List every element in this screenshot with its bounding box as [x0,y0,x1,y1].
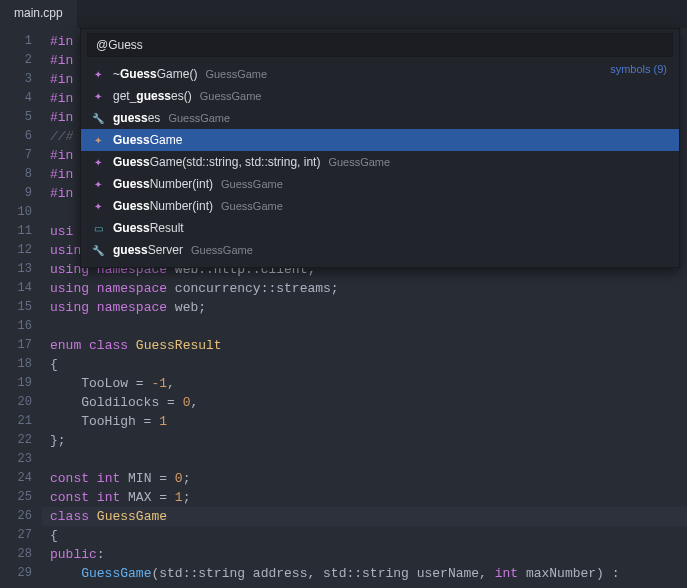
line-number: 2 [0,51,42,70]
line-number: 9 [0,184,42,203]
symbol-kind-icon: 🔧 [91,243,105,257]
line-number: 12 [0,241,42,260]
symbol-kind-icon: ✦ [91,155,105,169]
symbol-result-item[interactable]: ✦GuessNumber(int)GuessGame [81,173,679,195]
line-number: 14 [0,279,42,298]
symbol-result-item[interactable]: 🔧guessServerGuessGame [81,239,679,261]
line-number: 24 [0,469,42,488]
code-line[interactable]: class GuessGame [42,507,687,526]
symbol-kind-icon: ✦ [91,199,105,213]
symbol-result-item[interactable]: ▭GuessResult [81,217,679,239]
line-number: 1 [0,32,42,51]
popup-header [81,29,679,61]
line-number: 4 [0,89,42,108]
line-number: 29 [0,564,42,583]
symbol-name: GuessNumber(int) [113,199,213,213]
code-line[interactable]: }; [42,431,687,450]
line-number: 22 [0,431,42,450]
line-number: 8 [0,165,42,184]
tab-bar: main.cpp [0,0,687,28]
line-number-gutter: 1234567891011121314151617181920212223242… [0,28,42,588]
symbol-result-list: ✦~GuessGame()GuessGame✦get_guesses()Gues… [81,61,679,267]
line-number: 13 [0,260,42,279]
line-number: 11 [0,222,42,241]
symbol-name: guessServer [113,243,183,257]
symbol-name: GuessGame [113,133,182,147]
symbol-container: GuessGame [221,178,283,190]
code-line[interactable] [42,450,687,469]
line-number: 16 [0,317,42,336]
line-number: 5 [0,108,42,127]
line-number: 15 [0,298,42,317]
symbol-kind-icon: ✦ [91,177,105,191]
symbol-result-item[interactable]: ✦get_guesses()GuessGame [81,85,679,107]
symbol-name: GuessResult [113,221,184,235]
line-number: 19 [0,374,42,393]
symbol-container: GuessGame [221,200,283,212]
symbol-container: GuessGame [168,112,230,124]
symbol-container: GuessGame [328,156,390,168]
code-line[interactable]: const int MIN = 0; [42,469,687,488]
line-number: 3 [0,70,42,89]
symbol-kind-icon: ✦ [91,67,105,81]
symbol-kind-icon: ✦ [91,133,105,147]
symbol-name: GuessGame(std::string, std::string, int) [113,155,320,169]
tab-main-cpp[interactable]: main.cpp [0,0,77,28]
line-number: 28 [0,545,42,564]
symbol-name: guesses [113,111,160,125]
code-line[interactable]: using namespace web; [42,298,687,317]
code-line[interactable]: TooHigh = 1 [42,412,687,431]
symbol-result-item[interactable]: ✦~GuessGame()GuessGame [81,63,679,85]
code-line[interactable]: { [42,355,687,374]
line-number: 20 [0,393,42,412]
line-number: 27 [0,526,42,545]
symbol-container: GuessGame [191,244,253,256]
symbol-container: GuessGame [200,90,262,102]
code-line[interactable]: TooLow = -1, [42,374,687,393]
code-line[interactable]: GuessGame(std::string address, std::stri… [42,564,687,583]
symbol-kind-icon: ▭ [91,221,105,235]
line-number: 7 [0,146,42,165]
symbols-count-link[interactable]: symbols (9) [610,63,667,75]
line-number: 26 [0,507,42,526]
line-number: 21 [0,412,42,431]
symbol-result-item[interactable]: 🔧guessesGuessGame [81,107,679,129]
line-number: 25 [0,488,42,507]
line-number: 17 [0,336,42,355]
line-number: 6 [0,127,42,146]
symbol-result-item[interactable]: ✦GuessGame(std::string, std::string, int… [81,151,679,173]
code-line[interactable]: enum class GuessResult [42,336,687,355]
symbol-kind-icon: ✦ [91,89,105,103]
symbol-name: GuessNumber(int) [113,177,213,191]
symbol-search-popup: symbols (9) ✦~GuessGame()GuessGame✦get_g… [80,28,680,268]
line-number: 10 [0,203,42,222]
symbol-result-item[interactable]: ✦GuessGame [81,129,679,151]
symbol-container: GuessGame [205,68,267,80]
code-line[interactable]: Goldilocks = 0, [42,393,687,412]
line-number: 23 [0,450,42,469]
code-line[interactable]: { [42,526,687,545]
symbol-kind-icon: 🔧 [91,111,105,125]
symbol-name: ~GuessGame() [113,67,197,81]
line-number: 18 [0,355,42,374]
code-line[interactable]: const int MAX = 1; [42,488,687,507]
code-line[interactable]: public: [42,545,687,564]
symbol-result-item[interactable]: ✦GuessNumber(int)GuessGame [81,195,679,217]
symbol-name: get_guesses() [113,89,192,103]
code-line[interactable] [42,317,687,336]
symbol-search-input[interactable] [87,33,673,57]
code-line[interactable]: using namespace concurrency::streams; [42,279,687,298]
